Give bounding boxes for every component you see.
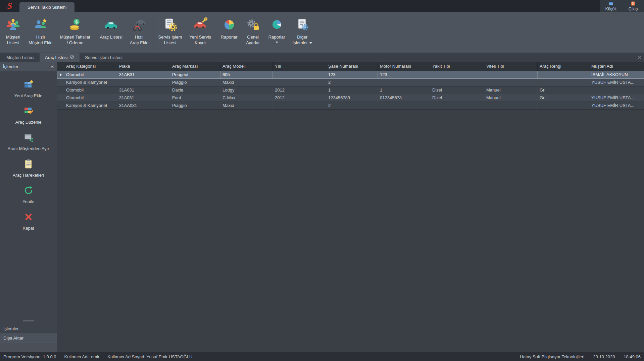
ribbon-button-genel-ayarlar[interactable]: Genel Ayarlar xyxy=(241,13,265,52)
sidebar-item-yenile[interactable]: Yenile xyxy=(0,182,57,208)
tab-servis-islem-listesi[interactable]: Servis İşlem Listesi xyxy=(80,53,128,62)
exit-button[interactable]: Çıkış xyxy=(622,0,644,12)
grid-cell[interactable]: Peugeot xyxy=(170,71,220,78)
column-header-yili[interactable]: Yılı xyxy=(273,62,326,71)
grid-cell[interactable]: YUSUF EMİR USTA... xyxy=(589,78,644,86)
sidebar-item-arac-hareketleri[interactable]: Araç Hareketleri xyxy=(0,155,57,182)
grid-cell[interactable] xyxy=(589,86,644,94)
tab-close-icon[interactable] xyxy=(70,55,74,60)
column-header-arac-markasi[interactable]: Araç Markası xyxy=(170,62,220,71)
grid-cell[interactable] xyxy=(430,102,484,109)
grid-cell[interactable]: Manuel xyxy=(484,86,538,94)
grid-cell[interactable]: 123 xyxy=(326,71,378,78)
minimize-button[interactable]: Küçült xyxy=(600,0,622,12)
grid-cell[interactable] xyxy=(430,71,484,78)
column-header-musteri-adi[interactable]: Müşteri Adı xyxy=(589,62,644,71)
grid-cell[interactable] xyxy=(484,71,538,78)
table-row[interactable]: Otomobil 31A031 Ford C-Max 2012 12345678… xyxy=(57,94,644,102)
sidebar-item-arac-duzenle[interactable]: Araç Düzenle xyxy=(0,102,57,129)
grid-cell[interactable]: 31AA031 xyxy=(117,102,170,109)
app-menu-tab[interactable]: Servis Takip Sistemi xyxy=(19,2,75,12)
grid-cell[interactable]: Dizel xyxy=(430,94,484,102)
grid-cell[interactable] xyxy=(378,102,430,109)
grid-cell[interactable]: İSMAİL AKKOYUN xyxy=(589,71,644,78)
grid-cell[interactable] xyxy=(273,71,326,78)
grid-cell[interactable]: Otomobil xyxy=(64,86,117,94)
grid-cell[interactable]: Piaggio xyxy=(170,78,220,86)
table-row[interactable]: Otomobil 31AB31 Peugeot 605 123 123 İSMA… xyxy=(57,71,644,78)
column-header-plaka[interactable]: Plaka xyxy=(117,62,170,71)
table-row[interactable]: Kamyon & Kamyonet 31AA031 Piaggio Maxxi … xyxy=(57,102,644,109)
table-row[interactable]: Kamyon & Kamyonet Piaggio Maxxi 2 YUSUF … xyxy=(57,78,644,86)
grid-cell[interactable]: 31A031 xyxy=(117,86,170,94)
grid-cell[interactable]: 123 xyxy=(378,71,430,78)
grid-cell[interactable] xyxy=(430,78,484,86)
grid-cell[interactable] xyxy=(484,102,538,109)
ribbon-button-hizli-arac-ekle[interactable]: Hızlı Araç Ekle xyxy=(126,13,152,52)
grid-cell[interactable]: Dacia xyxy=(170,86,220,94)
ribbon-dropdown-diger-islemler[interactable]: Diğer İşlemler xyxy=(289,13,316,52)
grid-cell[interactable]: 1 xyxy=(378,86,430,94)
grid-cell[interactable] xyxy=(273,78,326,86)
grid-cell[interactable]: Gri xyxy=(538,86,589,94)
table-row[interactable]: Otomobil 31A031 Dacia Lodgy 2012 1 1 Diz… xyxy=(57,86,644,94)
grid-cell[interactable] xyxy=(538,102,589,109)
navgroup-disa-aktar[interactable]: Dışa Aktar xyxy=(0,333,57,343)
grid-cell[interactable] xyxy=(378,78,430,86)
grid-cell[interactable]: Maxxi xyxy=(220,78,273,86)
grid-cell[interactable]: Manuel xyxy=(484,94,538,102)
grid-cell[interactable]: 2012 xyxy=(273,86,326,94)
grid-cell[interactable]: 605 xyxy=(220,71,273,78)
grid-cell[interactable] xyxy=(538,78,589,86)
grid-cell[interactable]: 012345678 xyxy=(378,94,430,102)
column-header-arac-kategorisi[interactable]: Araç Kategorisi xyxy=(64,62,117,71)
grid-cell[interactable]: 123456789 xyxy=(326,94,378,102)
tabstrip-close-icon[interactable] xyxy=(638,55,642,59)
grid-cell[interactable]: C-Max xyxy=(220,94,273,102)
ribbon-button-musteri-listesi[interactable]: Müşteri Listesi xyxy=(1,13,25,52)
column-header-yakit-tipi[interactable]: Yakıt Tipi xyxy=(430,62,484,71)
grid-cell[interactable]: Maxxi xyxy=(220,102,273,109)
grid-cell[interactable] xyxy=(117,78,170,86)
grid-cell[interactable]: Otomobil xyxy=(64,94,117,102)
column-header-sase-numarasi[interactable]: Şase Numarası xyxy=(326,62,378,71)
column-header-arac-rengi[interactable]: Araç Rengi xyxy=(538,62,589,71)
sidebar-item-kapat[interactable]: Kapat xyxy=(0,208,57,235)
grid-cell[interactable]: 31A031 xyxy=(117,94,170,102)
grid-cell[interactable]: Kamyon & Kamyonet xyxy=(64,102,117,109)
sidebar-collapse-button[interactable]: « xyxy=(51,64,54,69)
grid-cell[interactable]: 2012 xyxy=(273,94,326,102)
grid-cell[interactable]: Ford xyxy=(170,94,220,102)
ribbon-button-raporlar[interactable]: Raporlar xyxy=(217,13,241,52)
grid-cell[interactable]: YUSUF EMİR USTA... xyxy=(589,102,644,109)
column-header-arac-modeli[interactable]: Araç Modeli xyxy=(220,62,273,71)
tab-musteri-listesi[interactable]: Müşteri Listesi xyxy=(1,53,40,62)
grid-cell[interactable]: Piaggio xyxy=(170,102,220,109)
sidebar-item-yeni-arac-ekle[interactable]: Yeni Araç Ekle xyxy=(0,76,57,102)
grid-cell[interactable] xyxy=(538,71,589,78)
grid-cell[interactable]: Kamyon & Kamyonet xyxy=(64,78,117,86)
ribbon-button-hizli-musteri-ekle[interactable]: Hızlı Müşteri Ekle xyxy=(25,13,56,52)
grid-cell[interactable]: Otomobil xyxy=(64,71,117,78)
sidebar-resize-grip[interactable] xyxy=(23,320,34,321)
grid-cell[interactable]: 2 xyxy=(326,102,378,109)
navgroup-islemler[interactable]: İşlemler xyxy=(0,324,57,333)
grid-cell[interactable]: YUSUF EMİR USTA... xyxy=(589,94,644,102)
column-header-motor-numarasi[interactable]: Motor Numarası xyxy=(378,62,430,71)
column-header-vites-tipi[interactable]: Vites Tipi xyxy=(484,62,538,71)
grid-cell[interactable]: Lodgy xyxy=(220,86,273,94)
ribbon-button-servis-islem-listesi[interactable]: Servis İşlem Listesi xyxy=(154,13,186,52)
grid-cell[interactable] xyxy=(273,102,326,109)
ribbon-button-yeni-servis-kaydi[interactable]: Yeni Servis Kaydı xyxy=(186,13,215,52)
grid-cell[interactable]: Dizel xyxy=(430,86,484,94)
grid-cell[interactable]: 31AB31 xyxy=(117,71,170,78)
grid-cell[interactable]: 1 xyxy=(326,86,378,94)
grid-cell[interactable]: 2 xyxy=(326,78,378,86)
tab-arac-listesi[interactable]: Araç Listesi xyxy=(40,53,80,62)
grid-cell[interactable]: Gri xyxy=(538,94,589,102)
grid-cell[interactable] xyxy=(484,78,538,86)
ribbon-button-musteri-tahsilat-odeme[interactable]: $ Müşteri Tahsilat / Ödeme xyxy=(56,13,94,52)
ribbon-button-arac-listesi[interactable]: Araç Listesi xyxy=(96,13,126,52)
ribbon-dropdown-raporlar[interactable]: Raporlar xyxy=(265,13,289,52)
sidebar-item-araci-musteriden-ayir[interactable]: Aracı Müşteriden Ayır xyxy=(0,129,57,155)
